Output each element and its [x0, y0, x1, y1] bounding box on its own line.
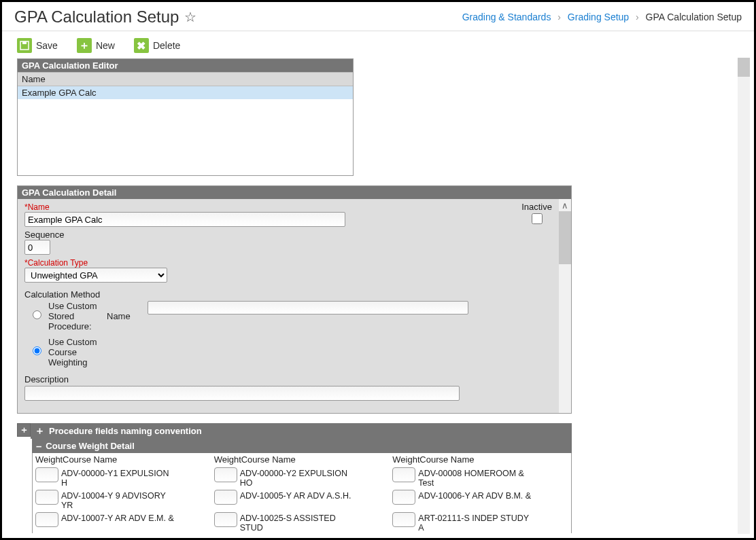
course-row: ADV-00008 HOMEROOM & Test [392, 467, 568, 488]
name-label: *Name [24, 202, 50, 212]
calctype-label: *Calculation Type [24, 258, 88, 268]
scroll-up-icon[interactable]: ∧ [559, 199, 571, 211]
save-button[interactable]: Save [17, 38, 58, 53]
minus-icon: – [36, 440, 41, 452]
delete-button[interactable]: ✖ Delete [134, 38, 180, 53]
course-name-text: ADV-10005-Y AR ADV A.S.H. [240, 490, 354, 501]
course-row: ADV-10025-S ASSISTED STUD [214, 512, 390, 533]
save-label: Save [36, 40, 58, 51]
breadcrumb-link-grading-setup[interactable]: Grading Setup [568, 12, 629, 22]
course-name-text: ADV-00008 HOMEROOM & Test [418, 467, 532, 488]
name-input[interactable] [24, 212, 345, 227]
detail-panel-title: GPA Calculation Detail [18, 186, 571, 199]
course-name-text: ADV-10006-Y AR ADV B.M. & [418, 490, 532, 501]
sequence-input[interactable] [24, 240, 50, 255]
calctype-select[interactable]: Unweighted GPA [24, 268, 167, 283]
weight-input[interactable] [214, 512, 237, 527]
page-title: GPA Calculation Setup [14, 7, 179, 26]
inactive-label: Inactive [521, 202, 552, 212]
weight-input[interactable] [35, 467, 58, 482]
course-weight-section-header[interactable]: – Course Weight Detail [32, 439, 572, 453]
gpa-detail-panel: GPA Calculation Detail Inactive *Name Se… [17, 185, 572, 414]
gpa-editor-panel: GPA Calculation Editor Name Example GPA … [17, 58, 354, 176]
col-course-3: Course Name [419, 454, 474, 465]
course-weight-section-title: Course Weight Detail [46, 441, 135, 451]
inactive-checkbox[interactable] [532, 213, 543, 224]
scroll-thumb[interactable] [559, 211, 571, 264]
editor-column-name[interactable]: Name [18, 72, 353, 86]
course-row: ADV-00000-Y1 EXPULSION H [35, 467, 211, 488]
editor-row-example[interactable]: Example GPA Calc [18, 86, 353, 99]
weight-input[interactable] [35, 512, 58, 527]
course-name-text: ADV-00000-Y1 EXPULSION H [61, 467, 175, 488]
new-button[interactable]: ＋ New [77, 38, 115, 53]
breadcrumb-current: GPA Calculation Setup [646, 12, 742, 22]
weight-input[interactable] [214, 490, 237, 505]
weight-input[interactable] [214, 467, 237, 482]
course-weight-body: WeightCourse Name WeightCourse Name Weig… [32, 453, 572, 533]
weight-input[interactable] [35, 490, 58, 505]
course-name-text: ADV-10007-Y AR ADV E.M. & [61, 512, 175, 523]
course-row: ADV-10004-Y 9 ADVISORY YR [35, 490, 211, 511]
breadcrumb-link-grading-standards[interactable]: Grading & Standards [462, 12, 551, 22]
favorite-star-icon[interactable]: ☆ [184, 9, 196, 25]
procedure-section-title: Procedure fields naming convention [49, 426, 202, 436]
sequence-label: Sequence [24, 230, 65, 240]
weight-input[interactable] [392, 490, 415, 505]
course-row: ADV-10006-Y AR ADV B.M. & [392, 490, 568, 511]
page-scrollbar[interactable] [738, 58, 750, 534]
svg-rect-1 [22, 41, 27, 44]
delete-label: Delete [153, 40, 180, 51]
col-weight-3: Weight [392, 454, 419, 465]
delete-icon: ✖ [134, 38, 149, 53]
course-name-text: ART-02111-S INDEP STUDY A [418, 512, 532, 533]
detail-scrollbar[interactable]: ∧ [559, 199, 571, 413]
proc-name-input[interactable] [148, 301, 468, 314]
breadcrumb: Grading & Standards › Grading Setup › GP… [462, 12, 742, 22]
new-label: New [96, 40, 115, 51]
plus-icon: ＋ [35, 425, 45, 437]
procedure-section-header[interactable]: ＋ Procedure fields naming convention [31, 423, 572, 439]
chevron-right-icon: › [557, 12, 561, 22]
method-radio-stored-proc[interactable] [33, 310, 41, 319]
chevron-right-icon: › [636, 12, 639, 22]
course-name-text: ADV-00000-Y2 EXPULSION HO [240, 467, 354, 488]
method-label: Calculation Method [24, 289, 100, 300]
plus-icon: ＋ [77, 38, 92, 53]
page-scroll-thumb[interactable] [738, 58, 750, 77]
course-row: ADV-00000-Y2 EXPULSION HO [214, 467, 390, 488]
description-label: Description [24, 374, 69, 384]
editor-panel-title: GPA Calculation Editor [18, 59, 353, 72]
method-opt2-label: Use Custom Course Weighting [48, 337, 100, 367]
col-course-2: Course Name [241, 454, 296, 465]
course-row: ADV-10005-Y AR ADV A.S.H. [214, 490, 390, 511]
course-row: ART-02111-S INDEP STUDY A [392, 512, 568, 533]
weight-input[interactable] [392, 512, 415, 527]
proc-name-label: Name [107, 311, 141, 321]
col-course-1: Course Name [63, 454, 117, 465]
course-row: ADV-10007-Y AR ADV E.M. & [35, 512, 211, 533]
save-icon [17, 38, 32, 53]
course-name-text: ADV-10025-S ASSISTED STUD [240, 512, 354, 533]
editor-empty-area [18, 99, 353, 175]
description-input[interactable] [24, 386, 460, 401]
method-radio-course-weighting[interactable] [33, 346, 41, 355]
col-weight-2: Weight [214, 454, 241, 465]
course-name-text: ADV-10004-Y 9 ADVISORY YR [61, 490, 175, 511]
weight-input[interactable] [392, 467, 415, 482]
expand-all-button[interactable]: ＋ [17, 423, 31, 437]
col-weight-1: Weight [35, 454, 63, 465]
method-opt1-label: Use Custom Stored Procedure: [48, 301, 100, 331]
